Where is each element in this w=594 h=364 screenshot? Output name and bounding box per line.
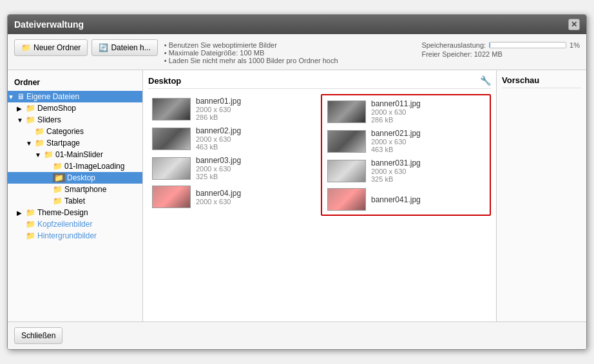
sidebar-item-tablet[interactable]: 📁 Tablet [8,195,142,207]
preview-panel: Vorschau [496,70,586,321]
file-info: banner031.jpg2000 x 630 325 kB [371,158,421,183]
file-name: banner041.jpg [371,195,421,204]
tree-item-label: Theme-Design [37,208,88,217]
hint-item: Benutzen Sie weboptimierte Bilder [164,41,416,49]
folder-icon: 📁 [35,139,44,148]
file-info: banner03.jpg2000 x 630 325 kB [196,156,241,180]
file-item[interactable]: banner031.jpg2000 x 630 325 kB [323,156,488,186]
file-thumbnail [327,130,366,153]
file-thumbnail [327,188,366,211]
file-grid: banner01.jpg2000 x 630 286 kBbanner02.jp… [148,94,491,216]
file-item[interactable]: banner021.jpg2000 x 630 463 kB [323,126,488,156]
file-thumbnail [327,101,366,123]
file-meta: 2000 x 630 463 kB [196,135,241,151]
tree-item-label: Eigene Dateien [26,92,79,101]
file-meta: 2000 x 630 286 kB [196,106,241,121]
upload-button[interactable]: 🔄 Dateien h... [91,39,157,56]
upload-icon: 🔄 [99,43,108,52]
close-button[interactable]: Schließen [14,327,62,344]
sidebar-item-startpage[interactable]: ▼📁 Startpage [8,137,142,149]
hint-item: Maximale Dateigröße: 100 MB [164,49,416,57]
tree-expander: ▼ [8,93,17,101]
file-name: banner031.jpg [371,158,421,168]
preview-header: Vorschau [502,75,581,88]
storage-bar-fill [490,43,490,48]
folder-icon: 📁 [44,150,53,159]
sidebar-item-01-imageloading[interactable]: 📁 01-ImageLoading [8,160,142,172]
sidebar-item-smartphone[interactable]: 📁 Smartphone [8,184,142,195]
dialog-title: Dateiverwaltung [14,19,84,30]
tree-expander: ▼ [35,151,44,158]
file-item[interactable]: banner03.jpg2000 x 630 325 kB [148,153,318,183]
file-info: banner021.jpg2000 x 630 463 kB [371,129,421,153]
tree-expander: ▼ [17,117,26,124]
sidebar-item-demoshop[interactable]: ▶📁 DemoShop [8,102,142,114]
sidebar-item-eigene-dateien[interactable]: ▼🖥 Eigene Dateien [8,91,142,102]
storage-bar [489,42,566,48]
tree-item-label: Hintergrundbilder [37,231,97,240]
file-meta: 2000 x 630 463 kB [371,138,421,153]
file-item[interactable]: banner01.jpg2000 x 630 286 kB [148,94,318,124]
file-thumbnail [327,160,366,182]
folder-icon: 📁 [26,115,35,124]
main-content: Ordner ▼🖥 Eigene Dateien▶📁 DemoShop▼📁 Sl… [8,70,586,321]
dialog-title-bar: Dateiverwaltung ✕ [8,15,586,34]
file-panel: Desktop 🔧 banner01.jpg2000 x 630 286 kBb… [143,70,496,321]
toolbar: 📁 Neuer Ordner 🔄 Dateien h... Benutzen S… [8,34,586,70]
sidebar-item-kopfzeilenbilder[interactable]: 📁 Kopfzeilenbilder [8,218,142,230]
file-name: banner01.jpg [196,97,241,106]
file-info: banner01.jpg2000 x 630 286 kB [196,97,241,121]
close-icon[interactable]: ✕ [568,19,580,30]
file-info: banner011.jpg2000 x 630 286 kB [371,99,421,124]
file-name: banner021.jpg [371,129,421,138]
file-thumbnail [152,128,191,150]
file-meta: 2000 x 630 325 kB [371,168,421,183]
sidebar-header: Ordner [8,75,142,91]
tree-item-label: Tablet [64,196,85,206]
file-thumbnail [152,98,191,120]
file-item[interactable]: banner041.jpg [323,186,488,213]
sidebar: Ordner ▼🖥 Eigene Dateien▶📁 DemoShop▼📁 Sl… [8,70,143,321]
tree-item-label: DemoShop [37,104,76,113]
tree-expander: ▶ [17,105,26,112]
sidebar-item-desktop[interactable]: 📁 Desktop [8,172,142,184]
folder-icon: 📁 [35,127,44,136]
toolbar-hints: Benutzen Sie weboptimierte BilderMaximal… [164,39,416,64]
tree-item-label: Kopfzeilenbilder [37,220,92,229]
folder-icon: 📁 [21,43,31,52]
tree-item-label: Categories [46,127,84,136]
folder-icon: 📁 [26,220,35,229]
file-manager-dialog: Dateiverwaltung ✕ 📁 Neuer Ordner 🔄 Datei… [7,14,587,350]
file-meta: 2000 x 630 325 kB [196,165,241,180]
file-name: banner03.jpg [196,156,241,165]
folder-icon: 📁 [26,104,35,113]
file-name: banner011.jpg [371,99,421,108]
toolbar-buttons: 📁 Neuer Ordner 🔄 Dateien h... [14,39,158,56]
tree-item-label: Startpage [46,139,80,148]
folder-icon: 📁 [26,208,35,217]
sidebar-item-theme-design[interactable]: ▶📁 Theme-Design [8,207,142,218]
sidebar-item-hintergrundbilder[interactable]: 📁 Hintergrundbilder [8,230,142,242]
tree-item-label: Smartphone [64,185,106,194]
new-folder-button[interactable]: 📁 Neuer Ordner [14,39,88,56]
file-name: banner02.jpg [196,126,241,135]
folder-icon: 📁 [53,173,65,182]
file-item[interactable]: banner02.jpg2000 x 630 463 kB [148,124,318,153]
file-info: banner041.jpg [371,195,421,204]
folder-icon: 📁 [53,185,62,194]
file-thumbnail [152,186,191,208]
file-item[interactable]: banner04.jpg2000 x 630 [148,183,318,211]
folder-icon: 📁 [53,196,62,206]
sidebar-item-sliders[interactable]: ▼📁 Sliders [8,114,142,126]
hint-item: Laden Sie nicht mehr als 1000 Bilder pro… [164,57,416,64]
file-item[interactable]: banner011.jpg2000 x 630 286 kB [323,97,488,126]
sidebar-item-01-mainslider[interactable]: ▼📁 01-MainSlider [8,149,142,160]
file-info: banner02.jpg2000 x 630 463 kB [196,126,241,151]
tree-item-label: 01-ImageLoading [64,162,124,171]
tree-expander: ▼ [26,140,35,147]
file-info: banner04.jpg2000 x 630 [196,189,241,206]
sidebar-item-categories[interactable]: 📁 Categories [8,126,142,137]
folder-icon: 📁 [26,231,35,240]
storage-info: Speicherauslastung: 1% Freier Speicher: … [421,39,580,58]
settings-icon[interactable]: 🔧 [480,75,491,86]
